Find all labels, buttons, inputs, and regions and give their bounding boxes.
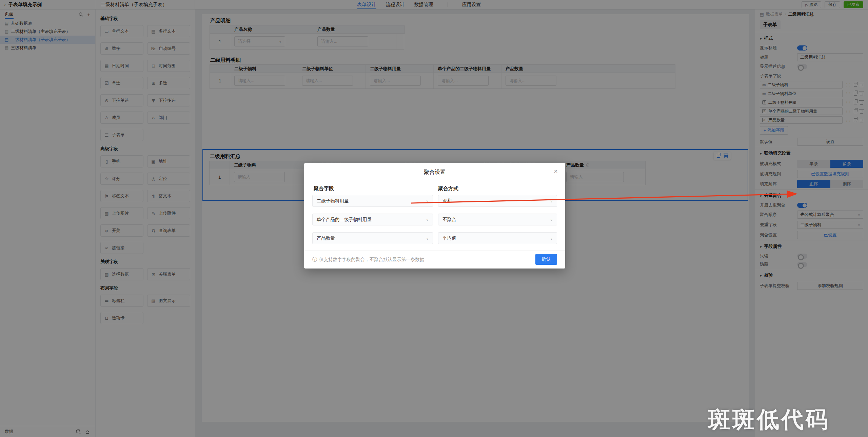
modal-note: 仅支持数字字段的聚合，不聚合默认显示第一条数据 — [312, 257, 425, 263]
modal-title: 聚合设置 — [424, 169, 446, 176]
modal-header: 聚合设置 — [304, 163, 565, 182]
aggregate-method-select[interactable]: 平均值 — [438, 232, 557, 244]
chevron-down-icon — [426, 217, 429, 222]
chevron-down-icon — [550, 198, 553, 203]
aggregate-field-select[interactable]: 产品数量 — [312, 232, 433, 244]
chevron-down-icon — [426, 198, 429, 203]
watermark: 斑斑低代码 — [708, 404, 830, 435]
info-icon — [312, 257, 317, 263]
aggregate-method-select[interactable]: 求和 — [438, 195, 557, 207]
chevron-down-icon — [426, 236, 429, 241]
aggregate-field-select[interactable]: 二级子物料用量 — [312, 195, 433, 207]
close-icon[interactable] — [554, 168, 558, 175]
aggregate-field-select[interactable]: 单个产品的二级子物料用量 — [312, 214, 433, 225]
confirm-button[interactable]: 确认 — [535, 254, 557, 265]
aggregate-settings-modal: 聚合设置 聚合字段 聚合方式 二级子物料用量 求和 单个产品的二级子物料用量 不… — [304, 163, 565, 269]
chevron-down-icon — [550, 236, 553, 241]
aggregate-method-select[interactable]: 不聚合 — [438, 214, 557, 225]
chevron-down-icon — [550, 217, 553, 222]
aggregate-field-column-label: 聚合字段 — [314, 185, 334, 192]
aggregate-method-column-label: 聚合方式 — [438, 185, 458, 192]
